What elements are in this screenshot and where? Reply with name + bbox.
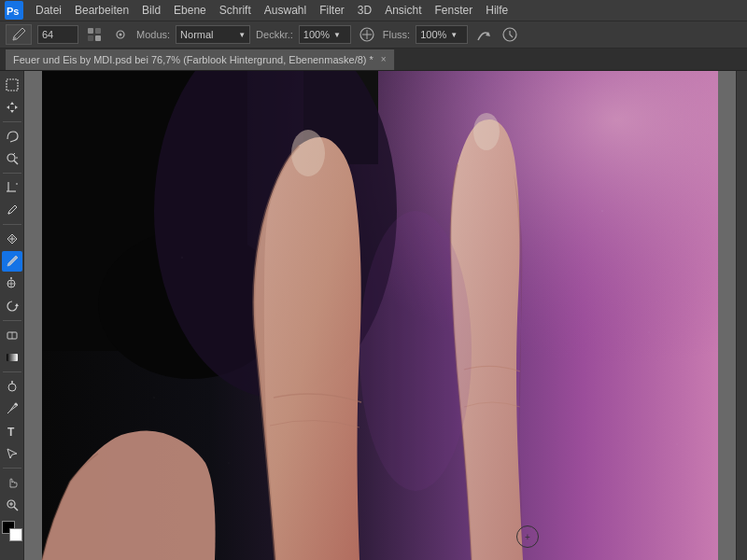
svg-rect-4 — [95, 28, 101, 34]
brush-tool-icon[interactable] — [6, 24, 32, 45]
svg-text:Ps: Ps — [7, 6, 19, 17]
svg-point-16 — [7, 154, 15, 161]
background-color[interactable] — [9, 528, 22, 541]
svg-rect-6 — [95, 35, 101, 41]
svg-point-55 — [228, 462, 230, 464]
toolbar-separator-1 — [3, 121, 21, 122]
tab-close-button[interactable]: × — [381, 54, 387, 64]
svg-point-57 — [648, 331, 650, 333]
menu-auswahl[interactable]: Auswahl — [259, 2, 312, 19]
hand-tool[interactable] — [2, 472, 22, 493]
path-select-tool[interactable] — [2, 443, 22, 464]
flow-label: Fluss: — [383, 29, 410, 40]
menu-bild[interactable]: Bild — [136, 2, 166, 19]
svg-marker-15 — [7, 102, 18, 113]
svg-rect-14 — [7, 79, 18, 91]
brush-preset-picker[interactable] — [84, 24, 105, 45]
menu-ebene[interactable]: Ebene — [168, 2, 212, 19]
svg-marker-31 — [15, 303, 19, 306]
tab-title: Feuer und Eis by MDI.psd bei 76,7% (Farb… — [13, 54, 374, 65]
menu-fenster[interactable]: Fenster — [430, 2, 479, 19]
color-swatches[interactable] — [2, 521, 22, 541]
menu-filter[interactable]: Filter — [314, 2, 350, 19]
eyedropper-tool[interactable] — [2, 200, 22, 220]
text-tool[interactable]: T — [2, 421, 22, 441]
menu-ansicht[interactable]: Ansicht — [379, 2, 427, 19]
svg-point-51 — [473, 113, 500, 150]
crop-tool[interactable] — [2, 177, 22, 198]
healing-tool[interactable] — [2, 229, 22, 249]
svg-point-8 — [120, 34, 122, 36]
menu-schrift[interactable]: Schrift — [214, 2, 257, 19]
main-area: T — [0, 71, 747, 560]
menu-datei[interactable]: Datei — [30, 2, 67, 19]
smoothing-icon[interactable] — [473, 24, 494, 45]
svg-point-53 — [181, 257, 183, 259]
tab-bar: Feuer und Eis by MDI.psd bei 76,7% (Farb… — [0, 49, 747, 71]
svg-point-37 — [14, 403, 17, 406]
toolbar-separator-4 — [3, 320, 21, 321]
svg-point-50 — [291, 130, 325, 176]
airbrush-icon[interactable] — [357, 24, 377, 45]
vertical-scrollbar[interactable] — [736, 71, 747, 560]
marquee-rect-tool[interactable] — [2, 75, 22, 95]
svg-text:T: T — [7, 426, 15, 438]
menu-bar: Ps Datei Bearbeiten Bild Ebene Schrift A… — [0, 0, 747, 21]
svg-point-54 — [153, 397, 155, 399]
svg-line-17 — [14, 161, 18, 164]
menu-hilfe[interactable]: Hilfe — [480, 2, 514, 19]
flow-input[interactable]: 100% ▼ — [416, 25, 468, 44]
brush-tool[interactable] — [2, 251, 22, 272]
lasso-tool[interactable] — [2, 126, 22, 147]
options-bar: 64 Modus: Normal ▼ Deckkr.: 100% ▼ Fluss… — [0, 21, 747, 49]
zoom-tool[interactable] — [2, 495, 22, 515]
brush-settings-icon[interactable] — [110, 24, 131, 45]
menu-bearbeiten[interactable]: Bearbeiten — [69, 2, 134, 19]
svg-point-24 — [7, 213, 9, 215]
move-tool[interactable] — [2, 97, 22, 118]
gradient-tool[interactable] — [2, 347, 22, 368]
opacity-input[interactable]: 100% ▼ — [299, 25, 351, 44]
extra-options-icon[interactable] — [500, 24, 520, 45]
svg-point-58 — [676, 443, 678, 445]
svg-marker-39 — [7, 449, 17, 458]
svg-point-56 — [601, 210, 603, 212]
toolbar-separator-5 — [3, 371, 21, 372]
dodge-tool[interactable] — [2, 376, 22, 397]
eraser-tool[interactable] — [2, 325, 22, 345]
mode-label: Modus: — [136, 29, 170, 40]
brush-size-input[interactable]: 64 — [37, 25, 78, 44]
canvas-area[interactable] — [24, 71, 736, 560]
left-toolbar: T — [0, 71, 24, 560]
menu-3d[interactable]: 3D — [352, 2, 377, 19]
toolbar-separator-6 — [3, 468, 21, 469]
quick-select-tool[interactable] — [2, 148, 22, 169]
ps-logo: Ps — [4, 0, 24, 21]
svg-rect-5 — [88, 35, 93, 41]
svg-point-30 — [10, 277, 12, 279]
toolbar-separator-3 — [3, 224, 21, 225]
svg-line-18 — [13, 153, 15, 155]
toolbar-separator-2 — [3, 173, 21, 174]
svg-line-41 — [14, 507, 18, 511]
svg-point-59 — [695, 163, 697, 165]
clone-tool[interactable] — [2, 273, 22, 294]
svg-point-52 — [359, 211, 472, 491]
svg-rect-3 — [88, 28, 93, 34]
svg-point-35 — [8, 384, 16, 391]
document-tab[interactable]: Feuer und Eis by MDI.psd bei 76,7% (Farb… — [6, 49, 395, 70]
history-brush-tool[interactable] — [2, 296, 22, 316]
pen-tool[interactable] — [2, 399, 22, 419]
svg-point-2 — [14, 37, 17, 40]
opacity-label: Deckkr.: — [256, 29, 293, 40]
mode-dropdown[interactable]: Normal ▼ — [176, 25, 250, 44]
canvas-image — [24, 71, 736, 560]
svg-rect-34 — [7, 354, 18, 361]
